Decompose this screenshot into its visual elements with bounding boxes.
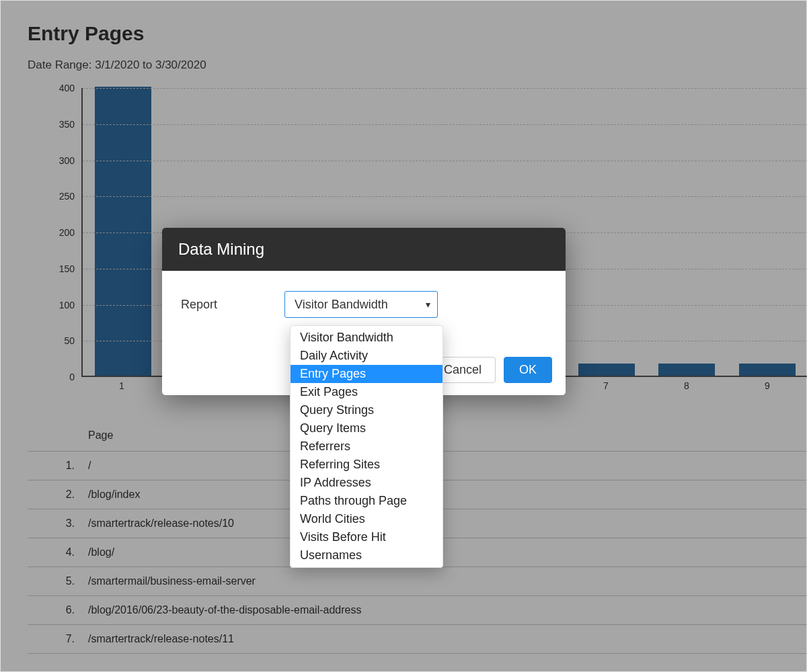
dropdown-item[interactable]: Entry Pages xyxy=(291,365,443,383)
dropdown-item[interactable]: Referrers xyxy=(291,437,443,456)
modal-title: Data Mining xyxy=(178,240,549,259)
dropdown-item[interactable]: Usernames xyxy=(291,546,443,564)
report-select-value: Visitor Bandwidth xyxy=(295,298,388,312)
dropdown-item[interactable]: Visitor Bandwidth xyxy=(291,329,443,347)
report-dropdown[interactable]: Visitor BandwidthDaily ActivityEntry Pag… xyxy=(290,325,443,568)
ok-button[interactable]: OK xyxy=(504,357,552,383)
dropdown-item[interactable]: Query Items xyxy=(291,419,443,437)
dropdown-item[interactable]: World Cities xyxy=(291,510,443,528)
dropdown-item[interactable]: Query Strings xyxy=(291,401,443,419)
report-label: Report xyxy=(181,298,217,312)
chevron-down-icon: ▾ xyxy=(426,299,430,310)
dropdown-item[interactable]: Referring Sites xyxy=(291,456,443,474)
dropdown-item[interactable]: Visits Before Hit xyxy=(291,528,443,546)
dropdown-item[interactable]: IP Addresses xyxy=(291,474,443,492)
dropdown-item[interactable]: Paths through Page xyxy=(291,492,443,510)
modal-body: Report Visitor Bandwidth ▾ xyxy=(162,271,566,325)
dropdown-item[interactable]: Exit Pages xyxy=(291,383,443,401)
report-select[interactable]: Visitor Bandwidth ▾ xyxy=(284,291,438,318)
dropdown-item[interactable]: Daily Activity xyxy=(291,347,443,365)
modal-header: Data Mining xyxy=(162,228,566,271)
